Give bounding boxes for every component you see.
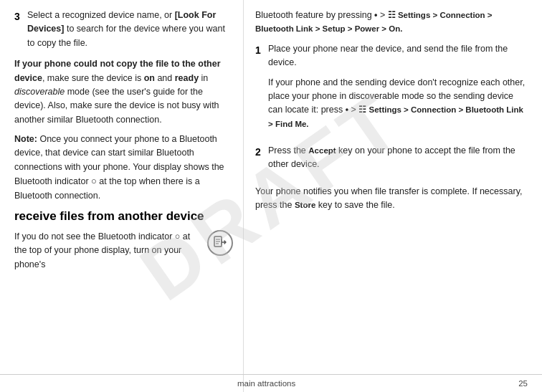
section-intro-block: If you do not see the Bluetooth indicato… (14, 230, 233, 272)
step-3-text-1: Select a recognized device name, or (27, 10, 175, 20)
step-1-arrow: > (348, 105, 358, 115)
footer-center: main attractions (14, 379, 518, 388)
conclusion-2: key to save the file. (315, 200, 394, 210)
section-intro-text: If you do not see the Bluetooth indicato… (14, 230, 233, 272)
bluetooth-indicator-icon: ○ (91, 176, 97, 186)
file-transfer-icon (207, 230, 233, 256)
step-1-subtext: If your phone and the sending device don… (268, 76, 529, 132)
page-container: DRAFT 3 Select a recognized device name,… (0, 0, 542, 392)
right-column: Bluetooth feature by pressing • > ☷ Sett… (244, 0, 542, 392)
note-label: Note: (14, 134, 37, 144)
step-1-text: Place your phone near the device, and se… (268, 42, 529, 70)
warning-block: If your phone could not copy the file to… (14, 57, 233, 127)
step-3-number: 3 (14, 9, 20, 25)
bt-feature-intro: Bluetooth feature by pressing • > ☷ Sett… (255, 9, 529, 37)
step-1-number: 1 (255, 43, 261, 59)
section-intro-1: If you do not see the Bluetooth indicato… (14, 231, 175, 242)
step-1-block: 1 Place your phone near the device, and … (255, 42, 529, 137)
store-key: Store (295, 201, 315, 209)
footer-page-number: 25 (518, 379, 528, 388)
warning-body: , make sure the device is on and ready i… (14, 73, 219, 125)
step-2-pre: Press the (268, 145, 308, 156)
step-2-block: 2 Press the Accept key on your phone to … (255, 144, 529, 178)
arrow-separator: > (377, 10, 387, 20)
accept-key: Accept (308, 146, 336, 155)
left-column: 3 Select a recognized device name, or [L… (0, 0, 244, 392)
conclusion-text: Your phone notifies you when file transf… (255, 185, 529, 213)
warning-paragraph: If your phone could not copy the file to… (14, 57, 233, 127)
note-paragraph: Note: Once you connect your phone to a B… (14, 133, 233, 203)
step-2-number: 2 (255, 145, 261, 161)
section-heading: receive files from another device (14, 209, 233, 224)
step-2-content: Press the Accept key on your phone to ac… (268, 144, 529, 172)
footer: main attractions 25 (0, 374, 542, 392)
note-block: Note: Once you connect your phone to a B… (14, 133, 233, 203)
step-3-content: Select a recognized device name, or [Loo… (27, 9, 233, 50)
bt-feature-text: Bluetooth feature by pressing (255, 10, 374, 20)
step-3-block: 3 Select a recognized device name, or [L… (14, 9, 233, 50)
step-1-content: Place your phone near the device, and se… (268, 42, 529, 131)
step-2-text: Press the Accept key on your phone to ac… (268, 144, 529, 172)
